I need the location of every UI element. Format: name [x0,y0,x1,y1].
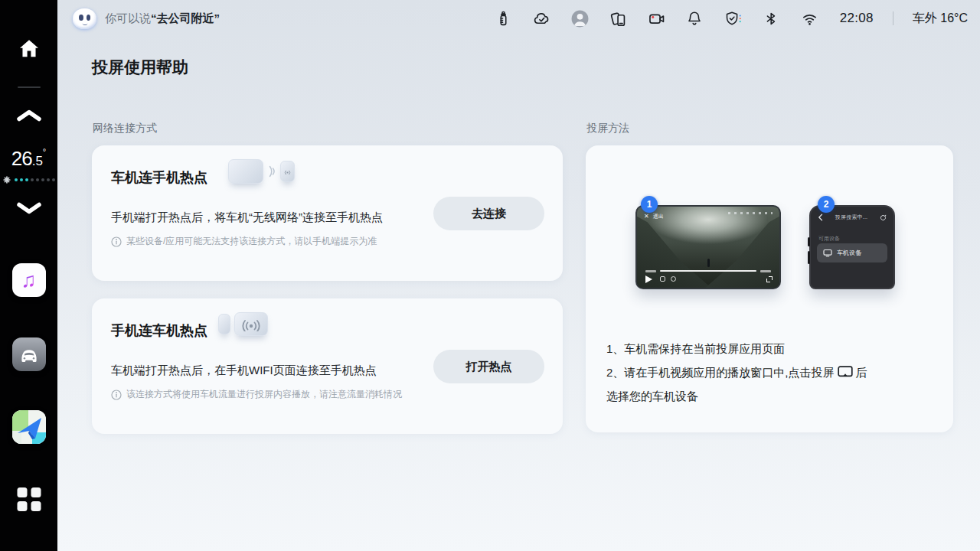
chevron-down-icon [16,202,42,215]
card-note: 该连接方式将使用车机流量进行投屏内容播放，请注意流量消耗情况 [111,388,402,401]
video-time-left [645,270,656,272]
card-car-to-phone-hotspot: 车机连手机热点 手机端打开热点后，将车机“无线网络”连接至手机热点 某些设备/应… [92,145,563,281]
user-avatar[interactable] [570,9,590,28]
phone-cast-search-screenshot: 投屏搜索中... 可用设备 车机设备 [809,205,895,289]
dock-divider [18,86,41,88]
fan-speed-indicator[interactable] [0,176,57,184]
car-app-button[interactable] [12,337,46,371]
app-grid-icon [17,487,41,511]
fullscreen-icon [766,276,773,282]
bluetooth-icon[interactable] [762,9,781,28]
phone-video-screenshot: ✕ 退出 [635,205,781,289]
video-progress-bar [660,270,756,272]
play-icon [645,276,652,283]
exit-label: 退出 [653,213,664,220]
cloud-check-icon[interactable] [532,9,551,28]
card-note: 某些设备/应用可能无法支持该连接方式，请以手机端提示为准 [111,235,377,248]
status-bar: 22:08 车外 16°C [494,0,968,37]
method-section-label: 投屏方法 [586,122,629,135]
back-icon [818,214,823,221]
outside-temperature: 车外 16°C [913,11,968,27]
security-shield-icon[interactable] [724,9,743,28]
home-button[interactable] [17,37,41,61]
signal-waves-icon [267,164,276,179]
open-hotspot-button[interactable]: 打开热点 [433,350,544,383]
left-dock: 26.5° ♫ [0,0,57,551]
music-app-icon: ♫ [12,263,46,297]
settings-mini-icon [671,276,676,282]
bottle-icon[interactable] [494,9,513,28]
network-section-label: 网络连接方式 [93,122,157,135]
screen-root: 26.5° ♫ [0,0,980,551]
card-description: 手机端打开热点后，将车机“无线网络”连接至手机热点 [111,210,383,225]
topbar-divider [893,11,893,25]
navigation-app-button[interactable] [12,410,46,444]
cast-icon [838,366,853,378]
phone-icon [218,314,230,334]
video-camera-icon[interactable] [647,9,666,28]
chevron-up-icon [16,109,42,122]
device-list-label: 可用设备 [818,235,840,243]
info-icon [111,236,122,247]
car-screen-icon [228,159,263,184]
cabin-temperature: 26.5° [0,147,57,171]
temp-up-button[interactable] [16,109,42,122]
voice-assistant[interactable]: 你可以说“去公司附近” [73,0,220,37]
step-badge-1: 1 [641,196,658,213]
car-app-icon [12,337,46,371]
fan-dots [15,178,55,181]
step-badge-2: 2 [818,196,835,213]
close-icon: ✕ [644,214,649,220]
instruction-step-2-cont: 选择您的车机设备 [606,384,936,408]
connect-button[interactable]: 去连接 [433,197,544,230]
page-title: 投屏使用帮助 [92,57,188,78]
temp-down-button[interactable] [16,202,42,215]
cast-search-title: 投屏搜索中... [835,214,867,221]
card-phone-to-car-hotspot: 手机连车机热点 车机端打开热点后，在手机WIFI页面连接至手机热点 该连接方式将… [92,298,563,434]
card-cast-method: ✕ 退出 1 投屏搜索中... 可用设备 [586,145,953,432]
display-icon [823,249,832,257]
assistant-hint: 你可以说“去公司附近” [105,11,220,26]
all-apps-button[interactable] [17,487,41,511]
clock: 22:08 [840,11,874,26]
instruction-step-2: 2、请在手机视频应用的播放窗口中,点击投屏后 [606,360,936,384]
cast-instructions: 1、车机需保持在当前投屏应用页面 2、请在手机视频应用的播放窗口中,点击投屏后 … [606,337,936,408]
phone-mirror-icon[interactable] [609,9,628,28]
device-name: 车机设备 [837,249,861,257]
phone-hotspot-icon [280,161,295,182]
refresh-icon [880,214,887,221]
info-icon [111,390,122,400]
car-hotspot-icon [234,312,268,336]
notification-bell-icon[interactable] [685,9,704,28]
assistant-avatar-icon [73,8,96,29]
phone-car-hotspot-illustration [218,312,268,336]
car-screen-phone-illustration [228,159,295,184]
card-title: 车机连手机热点 [111,168,207,187]
card-title: 手机连车机热点 [111,321,207,340]
video-top-icons [728,212,773,214]
home-icon [17,37,41,61]
cast-search-header: 投屏搜索中... [811,214,893,221]
fan-icon [3,176,11,184]
instruction-step-1: 1、车机需保持在当前投屏应用页面 [606,337,936,360]
music-app-button[interactable]: ♫ [12,263,46,297]
wifi-icon[interactable] [800,9,819,28]
video-close-row: ✕ 退出 [644,213,664,220]
device-list-item: 车机设备 [817,243,887,262]
lone-figure [707,259,710,267]
loop-icon [660,276,665,282]
video-time-right [760,270,771,272]
navigation-app-icon [12,410,46,444]
card-description: 车机端打开热点后，在手机WIFI页面连接至手机热点 [111,364,377,378]
